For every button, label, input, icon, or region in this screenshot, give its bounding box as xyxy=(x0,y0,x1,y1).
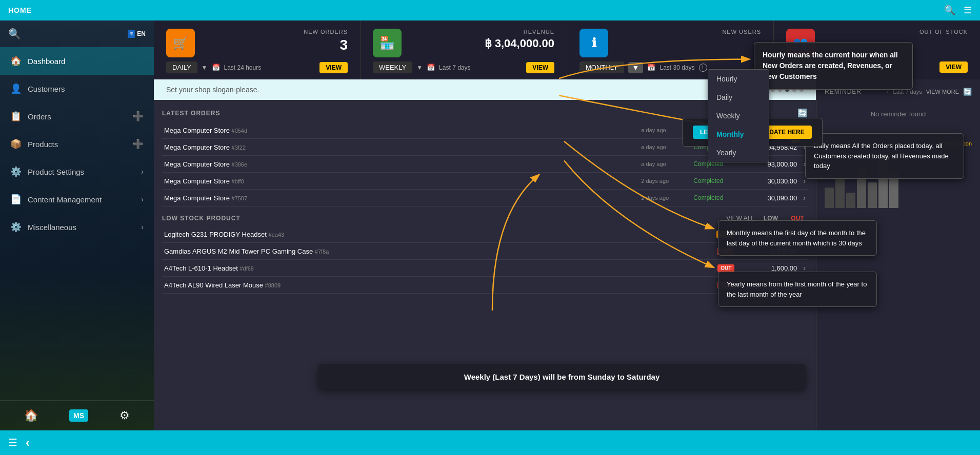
dropdown-item-yearly[interactable]: Yearly xyxy=(708,143,769,162)
dropdown-item-daily[interactable]: Daily xyxy=(708,88,769,107)
add-product-icon[interactable]: ➕ xyxy=(132,138,144,150)
calendar-icon: 📅 xyxy=(427,64,435,71)
product-settings-icon: ⚙️ xyxy=(10,166,22,177)
order-name: Mega Computer Store #3f22 xyxy=(164,143,635,151)
info-icon[interactable]: i xyxy=(699,64,707,72)
new-users-date: Last 30 days xyxy=(659,64,694,71)
revenue-date: Last 7 days xyxy=(439,64,470,71)
refresh-reminder-icon[interactable]: 🔄 xyxy=(963,88,972,96)
dropdown-menu: Hourly Daily Weekly Monthly Yearly xyxy=(708,69,769,162)
revenue-view-btn[interactable]: VIEW xyxy=(526,62,554,73)
sidebar-item-content-management[interactable]: 📄 Content Management › xyxy=(0,185,154,213)
sidebar-item-orders[interactable]: 📋 Orders ➕ xyxy=(0,102,154,130)
sidebar-item-label: Product Settings xyxy=(28,168,135,176)
order-name: Mega Computer Store #bff0 xyxy=(164,177,635,185)
dropdown-item-monthly[interactable]: Monthly xyxy=(708,125,769,143)
refresh-orders-icon[interactable]: 🔄 xyxy=(797,108,808,118)
chevron-down-icon: ▼ xyxy=(202,64,208,71)
content-icon: 📄 xyxy=(10,194,22,205)
table-row[interactable]: Mega Computer Store #7507 2 days ago Com… xyxy=(162,190,808,206)
order-name: Mega Computer Store #7507 xyxy=(164,194,635,202)
order-status: Completed xyxy=(693,194,734,201)
order-name: Mega Computer Store #386e xyxy=(164,160,635,168)
new-orders-view-btn[interactable]: VIEW xyxy=(319,62,348,73)
dropdown-item-weekly[interactable]: Weekly xyxy=(708,107,769,125)
revenue-label: REVENUE xyxy=(410,29,554,35)
sidebar-item-miscellaneous[interactable]: ⚙️ Miscellaneous › xyxy=(0,213,154,241)
stock-row[interactable]: A4Tech AL90 Wired Laser Mouse #8809 OUT … xyxy=(162,277,808,294)
order-time: a day ago xyxy=(641,144,687,150)
calendar-icon: 📅 xyxy=(212,64,220,71)
new-orders-date: Last 24 hours xyxy=(224,64,262,71)
top-bar: HOME 🔍 ☰ xyxy=(0,0,980,20)
sidebar-item-label: Products xyxy=(28,140,126,149)
sidebar-item-label: Customers xyxy=(28,85,65,93)
new-users-label: NEW USERS xyxy=(616,29,761,35)
yearly-tooltip-text: Yearly means from the first month of the… xyxy=(727,280,867,298)
bottom-back-icon[interactable]: ‹ xyxy=(26,436,30,450)
dropdown-item-hourly[interactable]: Hourly xyxy=(708,70,769,88)
stock-arrow-icon: › xyxy=(803,264,806,272)
view-more-btn[interactable]: VIEW MORE xyxy=(926,89,959,95)
bottom-menu-icon[interactable]: ☰ xyxy=(8,437,17,449)
sidebar-item-label: Miscellaneous xyxy=(28,223,135,232)
monthly-tooltip-text: Monthly means the first day of the month… xyxy=(727,229,866,247)
weekly-banner-text: Weekly (Last 7 Days) will be from Sunday… xyxy=(464,373,660,381)
order-amount: 30,090.00 xyxy=(741,194,797,202)
bottom-bar: ☰ ‹ xyxy=(0,430,980,455)
sidebar-item-products[interactable]: 📦 Products ➕ xyxy=(0,130,154,158)
daily-select[interactable]: DAILY xyxy=(166,61,197,73)
weekly-select[interactable]: WEEKLY xyxy=(373,61,412,73)
yearly-tooltip: Yearly means from the first month of the… xyxy=(718,272,877,307)
weekly-banner: Weekly (Last 7 Days) will be from Sunday… xyxy=(318,364,806,389)
stat-card-new-orders: 🛒 NEW ORDERS 3 DAILY ▼ 📅 Last 24 hours V… xyxy=(154,20,361,79)
sidebar-nav: 🏠 Dashboard 👤 Customers 📋 Orders ➕ 📦 Pro… xyxy=(0,47,154,400)
order-arrow-icon: › xyxy=(803,194,806,202)
misc-icon: ⚙️ xyxy=(10,221,22,233)
daily-tooltip-text: Daily means All the Orders placed today,… xyxy=(814,142,949,170)
latest-orders-title: LATEST ORDERS xyxy=(162,110,220,117)
menu-icon[interactable]: ☰ xyxy=(964,5,972,16)
low-stock-title: LOW STOCK PRODUCT xyxy=(162,215,241,222)
bottom-ms-badge[interactable]: MS xyxy=(69,409,88,422)
new-orders-value: 3 xyxy=(203,37,348,53)
chevron-down-icon: ▼ xyxy=(416,64,423,71)
low-stock-table: Logitech G231 PRODIGY Headset #ea43 LOW … xyxy=(162,226,808,294)
customers-icon: 👤 xyxy=(10,83,22,94)
search-icon[interactable]: 🔍 xyxy=(944,5,955,16)
stock-name: Logitech G231 PRODIGY Headset #ea43 xyxy=(164,231,710,238)
sidebar: 🔍 বা EN 🏠 Dashboard 👤 Customers 📋 Orde xyxy=(0,20,154,430)
lang-flag: বা xyxy=(128,30,135,38)
orders-icon: 📋 xyxy=(10,111,22,122)
bottom-settings-icon[interactable]: ⚙ xyxy=(119,409,130,422)
sidebar-item-label: Dashboard xyxy=(28,57,65,66)
order-time: a day ago xyxy=(641,127,687,133)
add-order-icon[interactable]: ➕ xyxy=(132,111,144,122)
new-users-icon: ℹ xyxy=(579,29,608,57)
stock-row[interactable]: Gamdias ARGUS M2 Mid Tower PC Gaming Cas… xyxy=(162,243,808,260)
table-row[interactable]: Mega Computer Store #bff0 2 days ago Com… xyxy=(162,173,808,190)
sidebar-item-product-settings[interactable]: ⚙️ Product Settings › xyxy=(0,158,154,185)
order-status: Completed xyxy=(693,177,734,184)
out-badge: OUT xyxy=(717,264,734,272)
stock-name: A4Tech L-610-1 Headset #df68 xyxy=(164,264,711,272)
new-orders-icon: 🛒 xyxy=(166,29,195,57)
stock-row[interactable]: A4Tech L-610-1 Headset #df68 OUT 1,600.0… xyxy=(162,260,808,277)
chevron-right-icon: › xyxy=(141,223,144,231)
chevron-right-icon: › xyxy=(141,195,144,203)
stock-amount: 1,600.00 xyxy=(741,264,797,272)
sidebar-search-icon[interactable]: 🔍 xyxy=(8,28,21,40)
monthly-select[interactable]: MONTHLY xyxy=(579,61,624,73)
calendar-icon: 📅 xyxy=(647,64,655,71)
out-of-stock-view-btn[interactable]: VIEW xyxy=(939,61,968,73)
order-name: Mega Computer Store #054d xyxy=(164,127,635,134)
out-of-stock-label: OUT OF STOCK xyxy=(823,29,968,35)
chevron-down-icon-active[interactable]: ▼ xyxy=(628,62,644,73)
bottom-home-icon[interactable]: 🏠 xyxy=(24,409,38,422)
stock-name: A4Tech AL90 Wired Laser Mouse #8809 xyxy=(164,281,711,289)
stock-row[interactable]: Logitech G231 PRODIGY Headset #ea43 LOW … xyxy=(162,226,808,243)
revenue-icon: 🏪 xyxy=(373,29,402,57)
sidebar-item-dashboard[interactable]: 🏠 Dashboard xyxy=(0,47,154,75)
new-orders-label: NEW ORDERS xyxy=(203,29,348,35)
sidebar-item-customers[interactable]: 👤 Customers xyxy=(0,75,154,102)
